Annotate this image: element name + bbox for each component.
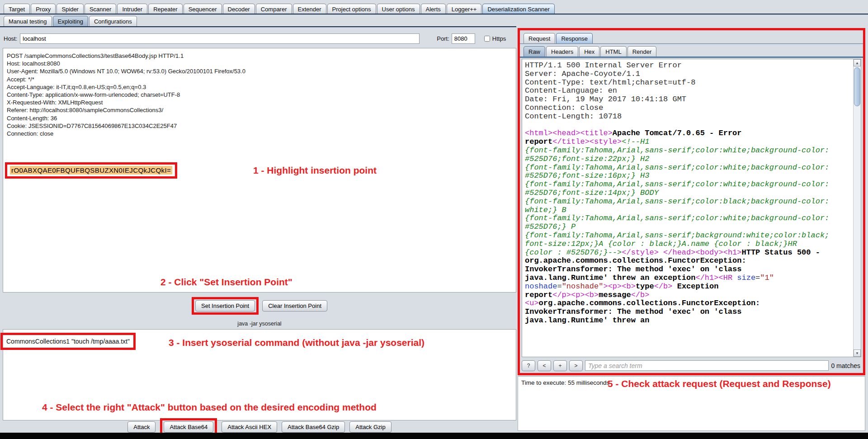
response-line: HTTP/1.1 500 Internal Server Error <box>525 61 853 70</box>
response-line: org.apache.commons.collections.FunctorEx… <box>525 257 853 265</box>
response-segment: #525D76;font-size:22px;} H2 <box>525 155 649 163</box>
message-tab-request[interactable]: Request <box>524 33 555 43</box>
ysoserial-command-editor[interactable]: CommonsCollections1 "touch /tmp/aaaa.txt… <box>3 329 516 420</box>
tab-sequencer[interactable]: Sequencer <box>184 4 222 14</box>
response-segment: {color : #525D76;}--> <box>525 248 622 257</box>
response-line: <u>org.apache.commons.collections.Functo… <box>525 299 853 308</box>
set-insertion-point-button[interactable]: Set Insertion Point <box>195 300 255 312</box>
tab-deserialization-scanner[interactable]: Deserialization Scanner <box>482 4 554 14</box>
response-line: report</p><p><b>message</b> <box>525 291 853 300</box>
subtab-exploiting[interactable]: Exploiting <box>53 16 88 26</box>
response-segment: {font-family:Tahoma,Arial,sans-serif;col… <box>525 180 829 189</box>
tab-logger[interactable]: Logger++ <box>447 4 482 14</box>
response-segment: {font-family:Tahoma,Arial,sans-serif;bac… <box>525 231 829 240</box>
response-line: Connection: close <box>525 104 853 113</box>
response-scrollbar[interactable]: ▲ ▼ <box>853 59 861 357</box>
response-annotation-redbox: RequestResponse RawHeadersHexHTMLRender … <box>518 28 865 375</box>
attack-button-attack[interactable]: Attack <box>127 421 156 433</box>
scrollbar-track <box>854 107 861 349</box>
response-line: white;} B <box>525 206 853 215</box>
view-tab-raw[interactable]: Raw <box>524 46 545 57</box>
attack-button-attack-gzip[interactable]: Attack Gzip <box>349 421 391 433</box>
search-help-button[interactable]: ? <box>522 360 535 371</box>
search-next-button[interactable]: > <box>569 360 583 371</box>
tab-user-options[interactable]: User options <box>377 4 420 14</box>
annotation-2: 2 - Click "Set Insertion Point" <box>160 277 292 288</box>
scroll-down-icon[interactable]: ▼ <box>854 349 861 357</box>
response-segment: Server: Apache-Coyote/1.1 <box>525 70 640 78</box>
response-line: Content-Length: 10718 <box>525 113 853 121</box>
response-segment: Content-Length: 10718 <box>525 112 622 121</box>
attack-button-attack-ascii-hex[interactable]: Attack Ascii HEX <box>222 421 277 433</box>
attack-button-attack-base64-gzip[interactable]: Attack Base64 Gzip <box>282 421 345 433</box>
message-tab-response[interactable]: Response <box>556 33 593 43</box>
window-bottom-edge <box>0 433 868 439</box>
tab-proxy[interactable]: Proxy <box>31 4 56 14</box>
response-segment: #525D76;font-size:14px;} BODY <box>525 189 659 197</box>
search-prev-button[interactable]: < <box>538 360 551 371</box>
view-tab-bar: RawHeadersHexHTMLRender <box>524 45 656 57</box>
tab-project-options[interactable]: Project options <box>327 4 376 14</box>
port-input[interactable] <box>452 33 475 44</box>
subtab-configurations[interactable]: Configurations <box>89 16 137 26</box>
ysoserial-command[interactable]: CommonsCollections1 "touch /tmp/aaaa.txt… <box>6 338 130 345</box>
response-line: InvokerTransformer: The method 'exec' on… <box>525 265 853 274</box>
response-segment: org.apache.commons.collections.FunctorEx… <box>539 299 760 307</box>
response-segment: #525D76;} P <box>525 222 576 231</box>
request-editor[interactable]: POST /sampleCommonsCollections3/testBase… <box>3 48 516 293</box>
clear-insertion-point-button[interactable]: Clear Insertion Point <box>262 300 327 312</box>
tab-alerts[interactable]: Alerts <box>421 4 446 14</box>
https-checkbox[interactable] <box>484 36 490 42</box>
response-line: noshade="noshade"><p><b>type</b> Excepti… <box>525 283 853 291</box>
response-line: InvokerTransformer: The method 'exec' on… <box>525 308 853 316</box>
subtab-manual-testing[interactable]: Manual testing <box>4 16 52 26</box>
search-buttons: ?<+> <box>522 360 583 371</box>
response-segment: Content-Language: en <box>525 86 617 95</box>
view-tab-html[interactable]: HTML <box>600 46 626 57</box>
response-line: font-size:12px;}A {color : black;}A.name… <box>525 240 853 249</box>
response-line: Content-Type: text/html;charset=utf-8 <box>525 79 853 87</box>
tab-comparer[interactable]: Comparer <box>256 4 292 14</box>
response-segment: {font-family:Tahoma,Arial,sans-serif;col… <box>525 163 829 172</box>
attack-button-attack-base64[interactable]: Attack Base64 <box>164 421 213 433</box>
response-segment: "1" <box>760 274 774 282</box>
response-segment: ><p><b> <box>603 282 635 291</box>
tab-scanner[interactable]: Scanner <box>85 4 116 14</box>
response-segment: {font-family:Tahoma,Arial,sans-serif;col… <box>525 146 829 155</box>
response-segment: message <box>599 291 631 299</box>
message-tab-divider <box>520 43 863 45</box>
response-line: {font-family:Tahoma,Arial,sans-serif;col… <box>525 198 853 206</box>
view-tab-hex[interactable]: Hex <box>579 46 599 57</box>
response-text[interactable]: HTTP/1.1 500 Internal Server ErrorServer… <box>522 59 853 357</box>
tab-extender[interactable]: Extender <box>293 4 326 14</box>
tab-target[interactable]: Target <box>4 4 30 14</box>
annotation-3: 3 - Insert ysoserial command (without ja… <box>169 337 425 348</box>
search-add-button[interactable]: + <box>553 360 567 371</box>
scrollbar-thumb[interactable] <box>854 67 860 106</box>
serialized-payload[interactable]: rO0ABXQAE0FBQUFBQSBUZXN0IEJCQkJCQkI= <box>10 166 172 175</box>
attack-button-bar: AttackAttack Base64Attack Ascii HEXAttac… <box>3 420 516 433</box>
response-line: {font-family:Tahoma,Arial,sans-serif;bac… <box>525 231 853 240</box>
response-line: {font-family:Tahoma,Arial,sans-serif;col… <box>525 146 853 155</box>
tab-spider[interactable]: Spider <box>57 4 84 14</box>
view-tab-render[interactable]: Render <box>627 46 657 57</box>
response-segment: {font-family:Tahoma,Arial,sans-serif;col… <box>525 214 829 222</box>
response-segment: </b> <box>654 282 673 291</box>
view-tab-headers[interactable]: Headers <box>546 46 578 57</box>
tab-repeater[interactable]: Repeater <box>148 4 182 14</box>
response-viewer: HTTP/1.1 500 Internal Server ErrorServer… <box>522 59 861 357</box>
response-segment: font-size:12px;}A {color : black;}A.name… <box>525 240 797 248</box>
search-input[interactable] <box>585 360 829 371</box>
response-segment: "noshade" <box>562 282 604 291</box>
host-input[interactable] <box>20 33 420 44</box>
tab-decoder[interactable]: Decoder <box>223 4 255 14</box>
response-segment: java.lang.Runtime' threw an exception <box>525 274 695 282</box>
scroll-up-icon[interactable]: ▲ <box>854 59 861 66</box>
command-redbox: CommonsCollections1 "touch /tmp/aaaa.txt… <box>0 333 136 350</box>
response-segment: size <box>737 274 755 282</box>
request-line: Host: localhost:8080 <box>7 60 516 67</box>
request-line: Content-Type: application/x-www-form-url… <box>7 91 516 99</box>
response-segment: HTTP/1.1 500 Internal Server Error <box>525 61 682 70</box>
annotation-5: 5 - Check attack request (Request and Re… <box>608 378 831 389</box>
tab-intruder[interactable]: Intruder <box>117 4 147 14</box>
